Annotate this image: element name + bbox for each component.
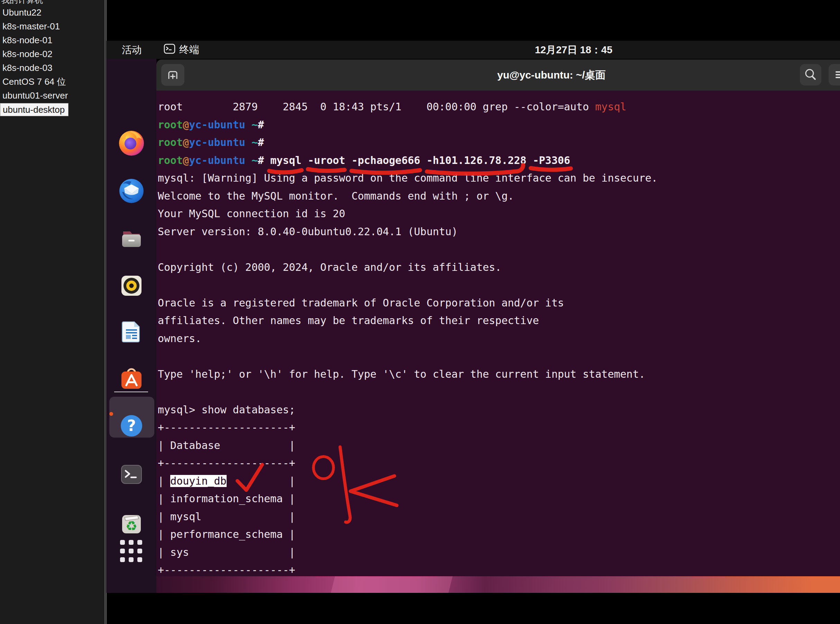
vm-group-label: 我的计算机 (2, 0, 43, 4)
clock[interactable]: 12月27日 18：45 (530, 41, 617, 59)
vm-item[interactable]: Ubuntu22 (0, 6, 105, 19)
terminal-line (158, 276, 840, 294)
terminal-line: | sys | (158, 544, 840, 561)
terminal-line (158, 240, 840, 258)
terminal-line: owners. (158, 330, 840, 348)
ubuntu-software-icon[interactable] (117, 365, 145, 393)
terminal-output[interactable]: root 2879 2845 0 18:43 pts/1 00:00:00 gr… (156, 91, 840, 576)
firefox-icon[interactable] (117, 129, 145, 157)
terminal-line: +--------------------+ (158, 454, 840, 472)
new-tab-button[interactable] (161, 64, 184, 86)
terminal-mini-icon (163, 43, 176, 57)
vm-item[interactable]: k8s-node-03 (0, 61, 105, 75)
vm-item[interactable]: k8s-node-02 (0, 47, 105, 61)
thunderbird-icon[interactable] (117, 177, 145, 204)
terminal-line: root@yc-ubuntu ~# (158, 133, 840, 151)
terminal-line: Type 'help;' or '\h' for help. Type '\c'… (158, 365, 840, 383)
vm-item[interactable]: k8s-master-01 (0, 19, 105, 33)
vm-group-label-clipped: 我的计算机 (2, 0, 43, 4)
terminal-line (158, 383, 840, 401)
terminal-line: Oracle is a registered trademark of Orac… (158, 294, 840, 312)
vm-list: Ubuntu22k8s-master-01k8s-node-01k8s-node… (0, 6, 105, 116)
terminal-line: +--------------------+ (158, 561, 840, 576)
vm-library-panel: 我的计算机 Ubuntu22k8s-master-01k8s-node-01k8… (0, 0, 105, 624)
rhythmbox-icon[interactable] (117, 272, 145, 300)
vm-item[interactable]: ubuntu-desktop (0, 103, 68, 116)
terminal-line: affiliates. Other names may be trademark… (158, 312, 840, 330)
focused-app-label: 终端 (179, 43, 199, 57)
terminal-line: mysql: [Warning] Using a password on the… (158, 169, 840, 187)
gnome-top-bar: 活动 终端 12月27日 18：45 (106, 41, 840, 59)
terminal-line: | mysql | (158, 508, 840, 526)
terminal-line: +--------------------+ (158, 419, 840, 437)
terminal-line: Server version: 8.0.40-0ubuntu0.22.04.1 … (158, 223, 840, 241)
terminal-line: | Database | (158, 437, 840, 454)
focused-app-indicator[interactable]: 终端 (163, 41, 199, 59)
terminal-line: Copyright (c) 2000, 2024, Oracle and/or … (158, 258, 840, 276)
terminal-line: | information_schema | (158, 490, 840, 508)
search-button[interactable] (800, 64, 821, 85)
terminal-title-bar[interactable]: yu@yc-ubuntu: ~/桌面 (156, 60, 840, 91)
terminal-line: root@yc-ubuntu ~# (158, 116, 840, 134)
vm-item[interactable]: k8s-node-01 (0, 33, 105, 47)
desktop-wallpaper (156, 576, 840, 593)
terminal-line: | douyin_db | (158, 472, 840, 490)
libreoffice-writer-icon[interactable] (117, 318, 145, 346)
screenshot-stage: 我的计算机 Ubuntu22k8s-master-01k8s-node-01k8… (0, 0, 840, 624)
terminal-line (158, 347, 840, 365)
running-indicator-dot (109, 412, 113, 416)
terminal-line: root 2879 2845 0 18:43 pts/1 00:00:00 gr… (158, 98, 840, 116)
window-title: yu@yc-ubuntu: ~/桌面 (482, 60, 621, 91)
help-icon[interactable]: ? (117, 412, 145, 440)
vm-item[interactable]: CentOS 7 64 位 (0, 75, 105, 88)
svg-text:?: ? (127, 417, 136, 434)
files-icon[interactable] (117, 224, 145, 252)
svg-text:♻: ♻ (126, 519, 137, 534)
hamburger-menu-icon[interactable] (829, 64, 840, 85)
vm-item[interactable]: ubuntu01-server (0, 88, 105, 102)
trash-icon[interactable]: ♻ (117, 510, 145, 538)
terminal-line: | performance_schema | (158, 525, 840, 544)
activities-button[interactable]: 活动 (120, 41, 144, 59)
terminal-line: mysql> show databases; (158, 401, 840, 419)
show-applications-icon[interactable] (120, 540, 143, 563)
terminal-icon[interactable] (117, 460, 145, 488)
terminal-line: root@yc-ubuntu ~# mysql -uroot -pchaoge6… (158, 151, 840, 170)
dock: ? ♻ (106, 59, 156, 593)
terminal-window: yu@yc-ubuntu: ~/桌面 root 2879 2845 0 18:4… (156, 60, 840, 576)
terminal-line: Your MySQL connection id is 20 (158, 205, 840, 223)
terminal-line: Welcome to the MySQL monitor. Commands e… (158, 187, 840, 205)
selected-database-highlight: douyin_db (170, 475, 227, 487)
